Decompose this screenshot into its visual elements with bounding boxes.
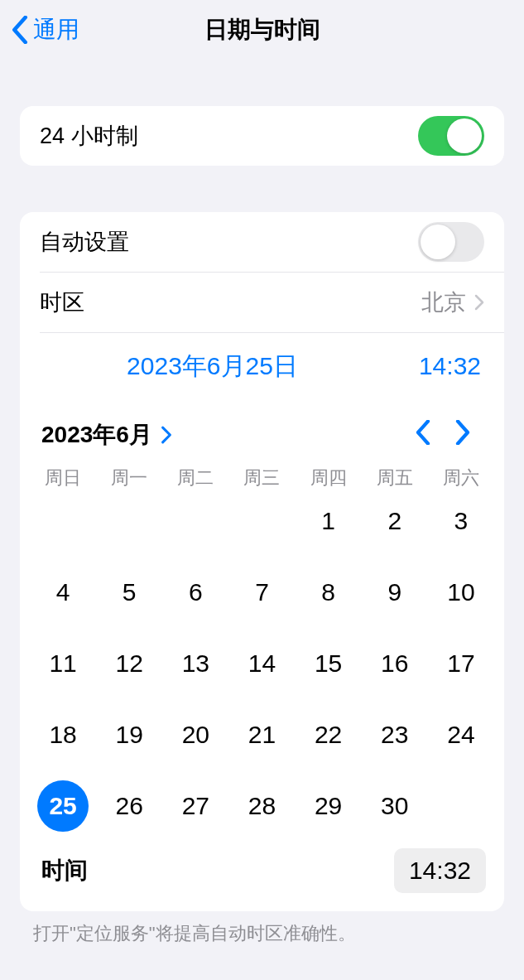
timezone-value: 北京 <box>421 287 466 317</box>
twenty-four-hour-switch[interactable] <box>418 116 484 156</box>
calendar-day[interactable]: 2 <box>362 495 428 547</box>
calendar-day[interactable]: 25 <box>30 780 96 832</box>
time-label: 时间 <box>41 855 88 886</box>
weekday-label: 周二 <box>162 466 228 490</box>
chevron-right-icon <box>455 420 470 445</box>
calendar-day[interactable]: 10 <box>428 567 494 618</box>
selected-date-display[interactable]: 2023年6月25日 <box>43 350 382 384</box>
chevron-right-icon <box>161 426 172 444</box>
calendar-empty <box>228 495 295 547</box>
calendar-day[interactable]: 15 <box>296 638 362 689</box>
calendar-day[interactable]: 12 <box>96 638 162 689</box>
weekday-label: 周日 <box>30 466 96 490</box>
calendar-empty <box>162 495 228 547</box>
calendar-day[interactable]: 23 <box>362 709 428 760</box>
switch-knob <box>447 118 482 153</box>
chevron-left-icon <box>416 420 430 445</box>
weekday-label: 周六 <box>428 466 494 490</box>
weekday-label: 周五 <box>362 466 428 490</box>
calendar-empty <box>96 495 162 547</box>
calendar-day[interactable]: 27 <box>162 780 228 832</box>
calendar-day[interactable]: 28 <box>228 780 295 832</box>
chevron-left-icon <box>12 16 28 44</box>
weekday-label: 周四 <box>296 466 362 490</box>
next-month-button[interactable] <box>443 420 483 451</box>
switch-knob <box>421 224 455 259</box>
calendar-day[interactable]: 7 <box>228 567 295 618</box>
month-picker[interactable]: 2023年6月 <box>41 419 172 451</box>
footer-note: 打开"定位服务"将提高自动时区准确性。 <box>0 911 524 946</box>
calendar-day[interactable]: 11 <box>30 638 96 689</box>
calendar-day[interactable]: 9 <box>362 567 428 618</box>
auto-set-switch[interactable] <box>418 222 484 262</box>
calendar-day[interactable]: 29 <box>296 780 362 832</box>
calendar-day[interactable]: 5 <box>96 567 162 618</box>
calendar-day[interactable]: 26 <box>96 780 162 832</box>
time-picker[interactable]: 14:32 <box>394 848 486 893</box>
timezone-row[interactable]: 时区 北京 <box>20 273 504 332</box>
calendar-day[interactable]: 13 <box>162 638 228 689</box>
calendar-day[interactable]: 6 <box>162 567 228 618</box>
auto-set-label: 自动设置 <box>40 227 129 257</box>
selected-time-display[interactable]: 14:32 <box>382 352 481 380</box>
prev-month-button[interactable] <box>403 420 443 451</box>
calendar-day[interactable]: 17 <box>428 638 494 689</box>
calendar-day[interactable]: 1 <box>296 495 362 547</box>
calendar-day[interactable]: 22 <box>296 709 362 760</box>
calendar-day[interactable]: 8 <box>296 567 362 618</box>
chevron-right-icon <box>474 294 484 311</box>
calendar-day[interactable]: 30 <box>362 780 428 832</box>
calendar-day[interactable]: 16 <box>362 638 428 689</box>
calendar-day[interactable]: 18 <box>30 709 96 760</box>
back-button[interactable]: 通用 <box>0 14 79 46</box>
calendar-day[interactable]: 24 <box>428 709 494 760</box>
calendar-day[interactable]: 19 <box>96 709 162 760</box>
twenty-four-hour-label: 24 小时制 <box>40 121 138 151</box>
weekday-label: 周三 <box>228 466 295 490</box>
month-label: 2023年6月 <box>41 419 152 451</box>
timezone-label: 时区 <box>40 287 84 317</box>
calendar-day[interactable]: 20 <box>162 709 228 760</box>
calendar-day[interactable]: 21 <box>228 709 295 760</box>
calendar-day[interactable]: 4 <box>30 567 96 618</box>
back-label: 通用 <box>33 14 79 46</box>
calendar-day[interactable]: 14 <box>228 638 295 689</box>
weekday-label: 周一 <box>96 466 162 490</box>
calendar-day[interactable]: 3 <box>428 495 494 547</box>
calendar-empty <box>30 495 96 547</box>
